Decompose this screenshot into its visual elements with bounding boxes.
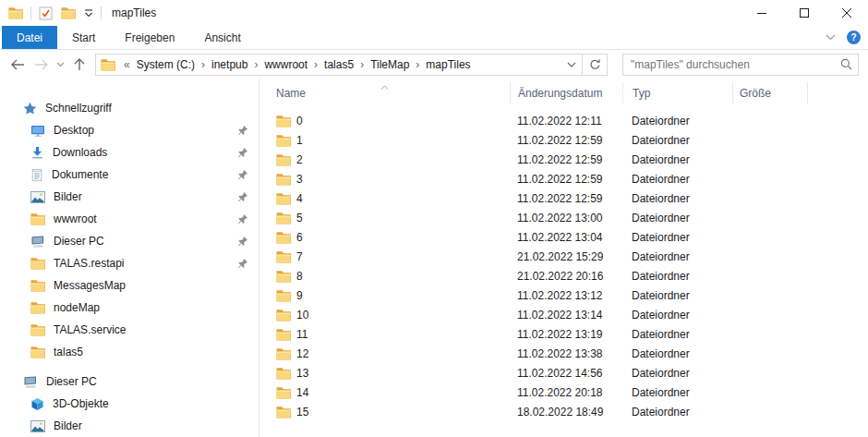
navigation-toolbar: «System (C:)›inetpub›wwwroot›talas5›Tile… [0, 50, 868, 79]
sidebar-item-label: TALAS.service [54, 323, 126, 336]
file-row-3[interactable]: 311.02.2022 12:59Dateiordner [259, 169, 868, 188]
sidebar-item-3d-objekte[interactable]: 3D-Objekte [0, 393, 259, 415]
pictures-icon [30, 420, 45, 432]
crumb-separator-icon[interactable]: › [312, 58, 319, 71]
column-header-gr-e[interactable]: Größe [740, 87, 771, 100]
column-separator[interactable] [807, 82, 808, 103]
sidebar-item-talas-service[interactable]: TALAS.service [0, 319, 259, 341]
file-row-7[interactable]: 721.02.2022 15:29Dateiordner [259, 247, 868, 266]
tab-freigeben[interactable]: Freigeben [110, 26, 189, 49]
file-name: 11 [296, 324, 307, 344]
column-header-name[interactable]: Name [276, 87, 306, 100]
file-name: 2 [296, 150, 303, 169]
sidebar-item-dokumente[interactable]: Dokumente [0, 164, 259, 186]
file-name: 14 [296, 382, 308, 402]
recent-locations-icon[interactable] [54, 54, 67, 76]
file-row-15[interactable]: 1518.02.2022 18:49Dateiordner [259, 402, 868, 421]
search-input[interactable] [623, 58, 834, 71]
refresh-icon[interactable] [583, 55, 607, 75]
pin-icon [237, 213, 248, 227]
file-row-10[interactable]: 1011.02.2022 13:14Dateiordner [259, 305, 868, 324]
tab-start[interactable]: Start [57, 26, 110, 49]
sidebar-item-talas-restapi[interactable]: TALAS.restapi [0, 252, 259, 274]
sidebar-item-schnellzugriff[interactable]: Schnellzugriff [0, 97, 259, 119]
column-separator[interactable] [732, 82, 733, 103]
file-modified-date: 11.02.2022 12:11 [517, 111, 602, 130]
forward-button[interactable] [30, 54, 54, 76]
crumb-maptiles[interactable]: mapTiles [423, 58, 473, 71]
sidebar-item-nodemap[interactable]: nodeMap [0, 297, 259, 319]
sidebar-item-bilder[interactable]: Bilder [0, 415, 259, 437]
quick-access-toolbar [39, 6, 93, 20]
up-button[interactable] [67, 54, 91, 76]
file-name: 10 [296, 305, 308, 324]
file-row-12[interactable]: 1211.02.2022 13:38Dateiordner [259, 344, 868, 363]
help-icon[interactable]: ? [847, 30, 861, 44]
breadcrumb-overflow-icon[interactable]: « [120, 58, 132, 71]
sidebar-item-label: Dieser PC [54, 235, 104, 248]
file-name: 9 [296, 285, 303, 305]
crumb-separator-icon[interactable]: › [414, 58, 421, 71]
file-row-0[interactable]: 011.02.2022 12:11Dateiordner [259, 111, 868, 130]
crumb-inetpub[interactable]: inetpub [209, 58, 250, 71]
file-type: Dateiordner [632, 247, 690, 266]
sidebar-item-talas5[interactable]: talas5 [0, 341, 259, 363]
tab-ansicht[interactable]: Ansicht [189, 26, 255, 49]
file-row-4[interactable]: 411.02.2022 12:59Dateiordner [259, 188, 868, 208]
column-separator[interactable] [510, 82, 511, 103]
crumb-separator-icon[interactable]: › [252, 58, 259, 71]
sidebar-item-messagesmap[interactable]: MessagesMap [0, 274, 259, 297]
sidebar-item-label: TALAS.restapi [54, 257, 124, 270]
sidebar-item-bilder[interactable]: Bilder [0, 186, 259, 208]
folder-icon [276, 402, 291, 421]
search-icon[interactable] [834, 58, 858, 70]
new-folder-icon[interactable] [61, 6, 76, 19]
sidebar-item-wwwroot[interactable]: wwwroot [0, 208, 259, 230]
file-row-8[interactable]: 821.02.2022 20:16Dateiordner [259, 266, 868, 285]
address-bar[interactable]: «System (C:)›inetpub›wwwroot›talas5›Tile… [95, 54, 608, 76]
file-row-14[interactable]: 1411.02.2022 20:18Dateiordner [259, 382, 868, 402]
sidebar-item-dieser-pc[interactable]: Dieser PC [0, 230, 259, 252]
file-name: 3 [296, 169, 303, 188]
file-row-2[interactable]: 211.02.2022 12:59Dateiordner [259, 150, 868, 169]
minimize-button[interactable] [741, 0, 783, 26]
file-row-5[interactable]: 511.02.2022 13:00Dateiordner [259, 208, 868, 227]
file-type: Dateiordner [632, 266, 690, 285]
folder-icon [30, 212, 45, 225]
file-row-1[interactable]: 111.02.2022 12:59Dateiordner [259, 130, 868, 150]
downloads-icon [30, 146, 44, 160]
file-type: Dateiordner [632, 208, 690, 227]
sidebar-item-downloads[interactable]: Downloads [0, 141, 259, 164]
file-type: Dateiordner [632, 130, 690, 150]
crumb-talas5[interactable]: talas5 [321, 58, 356, 71]
crumb-system-c[interactable]: System (C:) [134, 58, 198, 71]
properties-icon[interactable] [39, 6, 53, 20]
file-row-13[interactable]: 1311.02.2022 14:56Dateiordner [259, 363, 868, 382]
sidebar-item-dieser-pc[interactable]: Dieser PC [0, 370, 259, 393]
star-icon [23, 102, 37, 115]
close-button[interactable] [826, 0, 868, 26]
file-row-6[interactable]: 611.02.2022 13:04Dateiordner [259, 227, 868, 247]
quick-access-dropdown-icon[interactable] [84, 9, 93, 18]
file-type: Dateiordner [632, 344, 690, 363]
sidebar-item-desktop[interactable]: Desktop [0, 119, 259, 141]
crumb-wwwroot[interactable]: wwwroot [261, 58, 310, 71]
column-header-typ[interactable]: Typ [633, 87, 650, 100]
file-name: 8 [296, 266, 303, 285]
crumb-separator-icon[interactable]: › [199, 58, 207, 71]
crumb-separator-icon[interactable]: › [358, 58, 366, 71]
ribbon-expand-icon[interactable] [826, 34, 836, 41]
file-modified-date: 11.02.2022 13:38 [517, 344, 603, 363]
back-button[interactable] [6, 54, 30, 76]
file-row-9[interactable]: 911.02.2022 13:12Dateiordner [259, 285, 868, 305]
tab-datei[interactable]: Datei [2, 26, 57, 49]
file-name: 1 [296, 130, 303, 150]
column-header-nderungsdatum[interactable]: Änderungsdatum [518, 87, 602, 100]
maximize-button[interactable] [783, 0, 826, 26]
column-separator[interactable] [622, 82, 623, 103]
address-dropdown-icon[interactable] [561, 55, 582, 75]
folder-icon [276, 150, 291, 169]
file-row-11[interactable]: 1111.02.2022 13:19Dateiordner [259, 324, 868, 344]
crumb-tilemap[interactable]: TileMap [368, 58, 412, 71]
file-name: 13 [296, 363, 308, 382]
